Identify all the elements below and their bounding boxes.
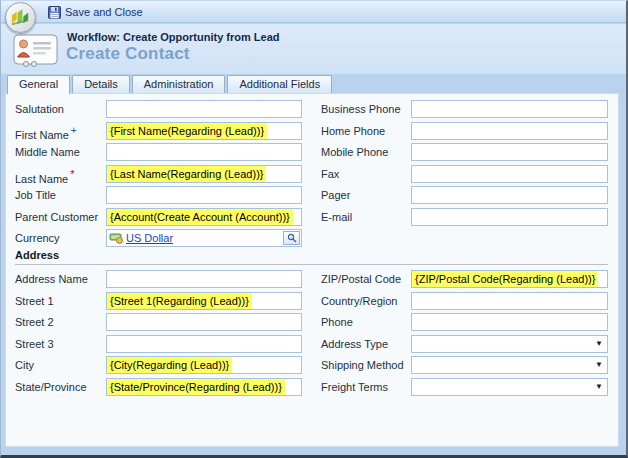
dynamic-value: {Last Name(Regarding (Lead))} [107, 166, 266, 182]
last-name-label: Last Name* [15, 168, 74, 185]
address-section-title: Address [15, 249, 608, 265]
middle-name-field[interactable] [106, 143, 302, 161]
street3-field[interactable] [106, 335, 302, 353]
currency-label: Currency [15, 232, 60, 244]
street2-field[interactable] [106, 313, 302, 331]
mobile-phone-label: Mobile Phone [321, 146, 388, 158]
business-phone-field[interactable] [411, 100, 608, 118]
currency-value-link[interactable]: US Dollar [126, 232, 173, 244]
contact-card-icon [13, 33, 59, 73]
workflow-title: Workflow: Create Opportunity from Lead [67, 31, 279, 43]
address-phone-field[interactable] [411, 313, 608, 331]
search-icon [287, 233, 297, 243]
currency-icon [109, 232, 123, 244]
business-phone-label: Business Phone [321, 103, 401, 115]
general-left-column: Salutation First Name+ {First Name(Regar… [15, 100, 311, 250]
parent-customer-field[interactable]: {Account(Create Account (Account))} [106, 208, 302, 226]
street1-field[interactable]: {Street 1(Regarding (Lead))} [106, 292, 302, 310]
page-title: Create Contact [66, 44, 190, 64]
dynamic-value: {ZIP/Postal Code(Regarding (Lead))} [412, 271, 598, 287]
home-phone-field[interactable] [411, 122, 608, 140]
save-and-close-button[interactable]: Save and Close [41, 3, 150, 21]
freight-terms-label: Freight Terms [321, 381, 388, 393]
recommended-marker: + [71, 125, 77, 136]
general-right-column: Business Phone Home Phone Mobile Phone F… [321, 100, 619, 230]
email-field[interactable] [411, 208, 608, 226]
shipping-method-select[interactable]: ▼ [411, 356, 608, 374]
chevron-down-icon: ▼ [595, 382, 603, 391]
tab-general[interactable]: General [7, 75, 70, 94]
state-province-label: State/Province [15, 381, 87, 393]
currency-field[interactable]: US Dollar [106, 229, 302, 247]
shipping-method-label: Shipping Method [321, 359, 404, 371]
mobile-phone-field[interactable] [411, 143, 608, 161]
city-label: City [15, 359, 34, 371]
address-type-label: Address Type [321, 338, 388, 350]
dynamic-value: {Account(Create Account (Account))} [107, 209, 293, 225]
dynamic-value: {State/Province(Regarding (Lead))} [107, 379, 285, 395]
parent-customer-label: Parent Customer [15, 211, 98, 223]
fax-field[interactable] [411, 165, 608, 183]
first-name-field[interactable]: {First Name(Regarding (Lead))} [106, 122, 302, 140]
pager-label: Pager [321, 189, 350, 201]
address-phone-label: Phone [321, 316, 353, 328]
required-marker: * [70, 168, 74, 180]
street1-label: Street 1 [15, 295, 54, 307]
freight-terms-select[interactable]: ▼ [411, 378, 608, 396]
address-section-header: Address [15, 249, 608, 265]
country-region-field[interactable] [411, 292, 608, 310]
address-left-column: Address Name Street 1 {Street 1(Regardin… [15, 270, 311, 400]
street3-label: Street 3 [15, 338, 54, 350]
job-title-field[interactable] [106, 186, 302, 204]
tab-content-general: Salutation First Name+ {First Name(Regar… [5, 93, 619, 447]
tabstrip: General Details Administration Additiona… [1, 74, 626, 93]
form-header: Workflow: Create Opportunity from Lead C… [1, 24, 626, 74]
salutation-label: Salutation [15, 103, 64, 115]
first-name-label: First Name+ [15, 125, 77, 141]
tab-administration[interactable]: Administration [132, 75, 226, 93]
pager-field[interactable] [411, 186, 608, 204]
dynamic-value: {City(Regarding (Lead))} [107, 357, 232, 373]
salutation-field[interactable] [106, 100, 302, 118]
address-right-column: ZIP/Postal Code {ZIP/Postal Code(Regardi… [321, 270, 619, 400]
address-type-select[interactable]: ▼ [411, 335, 608, 353]
save-and-close-label: Save and Close [65, 6, 143, 18]
crm-logo [5, 2, 36, 33]
tab-additional-fields[interactable]: Additional Fields [227, 75, 332, 93]
address-name-label: Address Name [15, 273, 88, 285]
job-title-label: Job Title [15, 189, 56, 201]
zip-postal-code-label: ZIP/Postal Code [321, 273, 401, 285]
city-field[interactable]: {City(Regarding (Lead))} [106, 356, 302, 374]
chevron-down-icon: ▼ [595, 339, 603, 348]
home-phone-label: Home Phone [321, 125, 385, 137]
country-region-label: Country/Region [321, 295, 397, 307]
toolbar: Save and Close [1, 1, 626, 23]
dynamic-value: {Street 1(Regarding (Lead))} [107, 293, 252, 309]
zip-postal-code-field[interactable]: {ZIP/Postal Code(Regarding (Lead))} [411, 270, 608, 288]
address-name-field[interactable] [106, 270, 302, 288]
chevron-down-icon: ▼ [595, 360, 603, 369]
lookup-button[interactable] [283, 231, 300, 245]
email-label: E-mail [321, 211, 352, 223]
middle-name-label: Middle Name [15, 146, 80, 158]
crm-create-contact-window: Save and Close Workflow: Create Oppor [0, 0, 628, 458]
fax-label: Fax [321, 168, 339, 180]
state-province-field[interactable]: {State/Province(Regarding (Lead))} [106, 378, 302, 396]
tab-details[interactable]: Details [72, 75, 130, 93]
street2-label: Street 2 [15, 316, 54, 328]
last-name-field[interactable]: {Last Name(Regarding (Lead))} [106, 165, 302, 183]
dynamic-value: {First Name(Regarding (Lead))} [107, 123, 267, 139]
save-icon [48, 6, 61, 19]
